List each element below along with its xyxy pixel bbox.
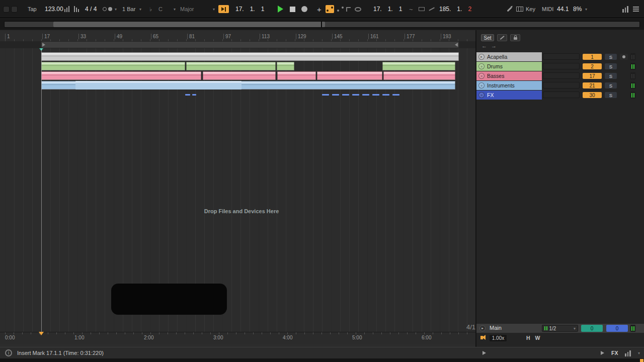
main-track-row[interactable]: ▸ Main 1/2 ▾ 0 0 [476, 324, 644, 333]
loop-start-marker-icon[interactable] [42, 43, 45, 47]
playback-speed-field[interactable]: 1.00x [490, 335, 507, 341]
metronome-menu-caret[interactable]: ▾ [115, 0, 117, 18]
fx-mini-clip[interactable] [192, 94, 196, 96]
track-name[interactable]: ▸Acapella [476, 52, 542, 61]
status-fx-label[interactable]: FX [611, 350, 618, 356]
lane-instruments[interactable] [0, 81, 476, 90]
fx-mini-clip[interactable] [362, 94, 369, 96]
track-header-basses[interactable]: ≡Basses17S [476, 71, 644, 80]
fx-mini-clip[interactable] [332, 94, 339, 96]
track-name[interactable]: ≡Instruments [476, 81, 542, 90]
sample-rate-display[interactable]: 44.1 [557, 0, 569, 18]
quantize-caret[interactable]: ▾ [139, 0, 141, 18]
level-meter-icon[interactable] [625, 350, 631, 356]
fx-mini-clip[interactable] [185, 94, 190, 96]
tap-pad-icon[interactable] [11, 6, 18, 13]
key-root-caret[interactable]: ▾ [174, 0, 176, 18]
next-marker-button[interactable]: → [491, 43, 497, 49]
track-name[interactable]: ≡Drums [476, 62, 542, 71]
play-button[interactable] [278, 0, 283, 18]
track-header-instruments[interactable]: ≡Instruments21S [476, 81, 644, 90]
arm-button[interactable] [620, 54, 628, 60]
set-marker-button[interactable]: Set [481, 34, 494, 41]
overview-strip[interactable] [4, 21, 640, 28]
basses-clip[interactable] [383, 71, 455, 80]
solo-button[interactable]: S [605, 63, 617, 69]
track-io-slot[interactable] [543, 82, 580, 88]
fx-mini-clip[interactable] [382, 94, 389, 96]
track-header-drums[interactable]: ≡Drums2S [476, 62, 644, 71]
nudge-down-button[interactable] [64, 0, 69, 18]
cpu-meter[interactable]: 8% [573, 0, 582, 18]
track-header-acapella[interactable]: ▸Acapella1S [476, 52, 644, 61]
h-button[interactable]: H [526, 335, 530, 341]
track-io-slot[interactable] [543, 53, 580, 60]
cue-volume-field[interactable]: 0 [581, 325, 603, 332]
drums-clip[interactable] [277, 62, 294, 70]
time-ruler[interactable]: 0:001:002:003:004:005:006:00 [0, 332, 476, 344]
punch-out-button[interactable]: ~ [409, 0, 413, 18]
track-number-badge[interactable]: 30 [583, 92, 602, 98]
instruments-clip[interactable] [75, 81, 242, 89]
link-icon[interactable] [3, 6, 10, 13]
draw-marker-button[interactable] [497, 34, 507, 41]
record-button[interactable] [301, 0, 307, 18]
prev-marker-button[interactable]: ← [481, 43, 487, 49]
scale-caret[interactable]: ▾ [213, 0, 215, 18]
track-io-slot[interactable] [543, 92, 580, 98]
fx-mini-clip[interactable] [372, 94, 379, 96]
status-caret-icon[interactable]: ▾ [638, 351, 640, 355]
solo-button[interactable]: S [605, 54, 617, 60]
scale-mode-icon[interactable]: ♭ [149, 0, 152, 18]
status-play-icon[interactable] [482, 351, 486, 355]
loop-brace-band[interactable] [0, 41, 476, 48]
bar-number[interactable]: 65 [151, 34, 158, 39]
loop-start-field[interactable]: 17.1.1 [373, 0, 402, 18]
solo-button[interactable]: S [605, 73, 617, 79]
follow-button[interactable] [218, 0, 229, 18]
fx-mini-clip[interactable] [322, 94, 329, 96]
w-button[interactable]: W [535, 335, 540, 341]
track-name[interactable]: ≡Basses [476, 71, 542, 80]
loop-button[interactable] [355, 0, 361, 18]
track-number-badge[interactable]: 21 [583, 82, 602, 88]
bar-number[interactable]: 1 [5, 34, 10, 39]
lane-basses[interactable] [0, 71, 476, 80]
basses-clip[interactable] [203, 71, 276, 80]
link-toggles[interactable] [3, 0, 18, 18]
track-header-fx[interactable]: ≡FX30S [476, 90, 644, 100]
overload-meter-icon[interactable] [622, 0, 628, 18]
nudge-up-button[interactable] [74, 0, 79, 18]
bar-number[interactable]: 161 [368, 34, 379, 39]
loop-region[interactable] [41, 42, 459, 48]
drums-clip[interactable] [41, 62, 185, 70]
cpu-caret[interactable]: ▾ [585, 0, 587, 18]
track-io-slot[interactable] [543, 72, 580, 79]
arrangement-overview[interactable] [0, 19, 644, 30]
solo-button[interactable]: S [605, 82, 617, 88]
basses-clip[interactable] [41, 71, 201, 80]
time-signature-field[interactable]: 4 / 4 [85, 0, 97, 18]
bar-number[interactable]: 33 [78, 34, 86, 39]
automation-arm-button[interactable] [326, 0, 334, 18]
key-map-button[interactable]: Key [526, 0, 535, 18]
computer-midi-keyboard-button[interactable] [516, 0, 523, 18]
preview-play-icon[interactable] [601, 351, 604, 355]
bar-number[interactable]: 49 [115, 34, 122, 39]
beat-time-ruler[interactable]: 1173349658197113129145161177193 [0, 32, 476, 41]
acapella-clip[interactable] [41, 52, 459, 61]
bar-number[interactable]: 17 [42, 34, 50, 39]
lane-fx[interactable] [0, 90, 476, 100]
draw-mode-button[interactable] [507, 0, 512, 18]
tap-tempo-button[interactable]: Tap [28, 0, 37, 18]
basses-clip[interactable] [277, 71, 316, 80]
fx-mini-clip[interactable] [352, 94, 359, 96]
basses-clip[interactable] [317, 71, 382, 80]
key-root-chooser[interactable]: C [158, 0, 163, 18]
track-number-badge[interactable]: 17 [583, 73, 602, 79]
bar-number[interactable]: 145 [332, 34, 343, 39]
lock-button[interactable] [510, 34, 520, 41]
bar-number[interactable]: 113 [260, 34, 270, 39]
loop-length-field[interactable]: 185.1.2 [439, 0, 471, 18]
crossfade-chooser[interactable]: 1/2 ▾ [542, 325, 578, 332]
